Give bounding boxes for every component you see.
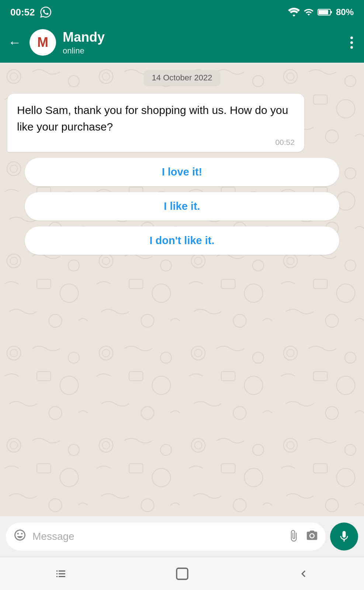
svg-rect-2 [330, 11, 332, 13]
contact-info: Mandy online [63, 29, 341, 55]
svg-rect-1 [319, 10, 328, 14]
input-bar [0, 516, 364, 557]
dot-3 [350, 46, 353, 49]
mic-button[interactable] [330, 523, 358, 551]
status-left: 00:52 [10, 7, 51, 18]
camera-button[interactable] [306, 530, 318, 544]
battery-percent: 80% [336, 7, 354, 17]
back-nav-button[interactable] [289, 559, 318, 589]
chat-header: ← M Mandy online [0, 22, 364, 63]
quick-reply-2[interactable]: I like it. [25, 192, 339, 221]
avatar-letter: M [37, 35, 48, 50]
contact-status: online [63, 46, 341, 56]
whatsapp-status-icon [40, 7, 51, 18]
emoji-button[interactable] [13, 528, 27, 545]
dot-2 [350, 41, 353, 44]
date-separator: 14 October 2022 [144, 70, 221, 86]
time-display: 00:52 [10, 7, 35, 18]
svg-rect-3 [177, 568, 188, 579]
contact-name: Mandy [63, 29, 341, 45]
home-button[interactable] [167, 559, 197, 589]
incoming-message: Hello Sam, thank you for shopping with u… [7, 94, 304, 152]
signal-icon [304, 7, 314, 17]
dot-1 [350, 37, 353, 39]
attach-button[interactable] [287, 530, 300, 544]
status-bar: 00:52 80% [0, 0, 364, 22]
message-timestamp: 00:52 [17, 138, 295, 147]
message-input[interactable] [32, 531, 281, 542]
bottom-nav [0, 557, 364, 590]
chat-content: 14 October 2022 Hello Sam, thank you for… [0, 63, 364, 516]
more-options-button[interactable] [347, 34, 356, 52]
status-right: 80% [288, 7, 354, 17]
quick-reply-1[interactable]: I love it! [25, 158, 339, 186]
message-input-container [6, 523, 326, 551]
recent-apps-button[interactable] [46, 559, 76, 589]
avatar: M [30, 29, 56, 56]
wifi-icon [288, 7, 300, 17]
chat-body: 14 October 2022 Hello Sam, thank you for… [0, 63, 364, 516]
quick-reply-3[interactable]: I don't like it. [25, 226, 339, 255]
message-text: Hello Sam, thank you for shopping with u… [17, 102, 295, 135]
back-button[interactable]: ← [8, 35, 21, 50]
battery-icon [318, 7, 332, 17]
